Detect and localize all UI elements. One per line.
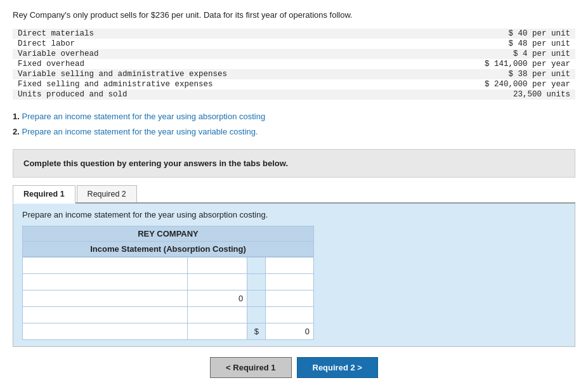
row5-dollar-cell: $ [247, 323, 266, 340]
instruction-1-num: 1. [13, 112, 20, 121]
nav-buttons: < Required 1 Required 2 > [13, 357, 575, 378]
data-row-value: $ 38 per unit [398, 70, 575, 79]
data-row-label: Fixed selling and administrative expense… [13, 80, 241, 89]
data-row: Direct labor$ 48 per unit [13, 39, 575, 49]
next-button[interactable]: Required 2 > [297, 357, 378, 378]
row3-label-cell[interactable] [23, 290, 188, 307]
tabs-container: Required 1 Required 2 [13, 185, 575, 204]
row4-label-input[interactable] [23, 307, 187, 323]
row3-value-cell: 0 [188, 290, 247, 307]
tab-content-area: Prepare an income statement for the year… [13, 204, 575, 347]
data-row-value: $ 48 per unit [398, 39, 575, 48]
row2-label-cell[interactable] [23, 274, 188, 290]
row4-label-cell[interactable] [23, 307, 188, 323]
row1-label-cell[interactable] [23, 258, 188, 274]
row2-total-input[interactable] [266, 274, 313, 290]
row1-label-input[interactable] [23, 258, 187, 273]
row4-total-cell[interactable] [266, 307, 314, 323]
data-row-label: Variable overhead [13, 49, 241, 58]
row1-total-cell[interactable] [266, 258, 314, 274]
data-row-label: Direct labor [13, 39, 241, 48]
statement-title: Income Statement (Absorption Costing) [23, 242, 314, 257]
row4-value-input[interactable] [188, 307, 247, 323]
row2-label-input[interactable] [23, 274, 187, 290]
data-row: Variable overhead$ 4 per unit [13, 49, 575, 59]
tab-description: Prepare an income statement for the year… [22, 210, 268, 219]
row1-total-input[interactable] [266, 258, 313, 273]
row1-dollar-cell [247, 258, 266, 274]
row3-total-input[interactable] [266, 290, 313, 306]
row1-value-input[interactable] [188, 258, 247, 273]
tab-required-1[interactable]: Required 1 [13, 185, 75, 204]
row5-label-input[interactable] [23, 323, 187, 339]
table-row [23, 307, 314, 323]
data-row-value: $ 141,000 per year [398, 60, 575, 69]
company-name: REY COMPANY [23, 226, 314, 242]
tab-required-2[interactable]: Required 2 [77, 185, 137, 202]
data-row-label: Direct materials [13, 29, 241, 38]
data-row-label: Variable selling and administrative expe… [13, 70, 241, 79]
data-row: Fixed selling and administrative expense… [13, 79, 575, 89]
row2-dollar-cell [247, 274, 266, 290]
row2-total-cell[interactable] [266, 274, 314, 290]
complete-box: Complete this question by entering your … [13, 149, 575, 178]
statement-body-table: 0 $ 0 [22, 257, 314, 340]
statement-container: REY COMPANY Income Statement (Absorption… [22, 226, 566, 340]
row3-dollar-cell [247, 290, 266, 307]
data-row: Variable selling and administrative expe… [13, 69, 575, 79]
data-row-value: $ 4 per unit [398, 49, 575, 58]
data-row: Units produced and sold23,500 units [13, 89, 575, 100]
row5-label-cell[interactable] [23, 323, 188, 340]
row5-total-cell: 0 [266, 323, 314, 340]
data-row-value: $ 240,000 per year [398, 80, 575, 89]
row1-value-cell[interactable] [188, 258, 247, 274]
instructions: 1. Prepare an income statement for the y… [13, 110, 575, 139]
row4-dollar-cell [247, 307, 266, 323]
data-row-value: $ 40 per unit [398, 29, 575, 38]
table-row: 0 [23, 290, 314, 307]
data-row: Direct materials$ 40 per unit [13, 29, 575, 39]
table-row [23, 258, 314, 274]
table-row: $ 0 [23, 323, 314, 340]
row3-total-cell[interactable] [266, 290, 314, 307]
data-row: Fixed overhead$ 141,000 per year [13, 59, 575, 69]
row4-value-cell[interactable] [188, 307, 247, 323]
intro-paragraph: Rey Company's only product sells for $23… [13, 10, 575, 20]
row2-value-cell[interactable] [188, 274, 247, 290]
table-row [23, 274, 314, 290]
prev-button[interactable]: < Required 1 [210, 357, 291, 378]
data-row-value: 23,500 units [398, 90, 575, 99]
row5-value-input[interactable] [188, 323, 247, 339]
instruction-2-num: 2. [13, 127, 20, 136]
row5-value-cell[interactable] [188, 323, 247, 340]
row4-total-input[interactable] [266, 307, 313, 323]
row2-value-input[interactable] [188, 274, 247, 290]
data-row-label: Fixed overhead [13, 60, 241, 69]
statement-header-table: REY COMPANY Income Statement (Absorption… [22, 226, 314, 257]
row3-label-input[interactable] [23, 290, 187, 306]
data-table: Direct materials$ 40 per unitDirect labo… [13, 29, 575, 100]
data-row-label: Units produced and sold [13, 90, 241, 99]
